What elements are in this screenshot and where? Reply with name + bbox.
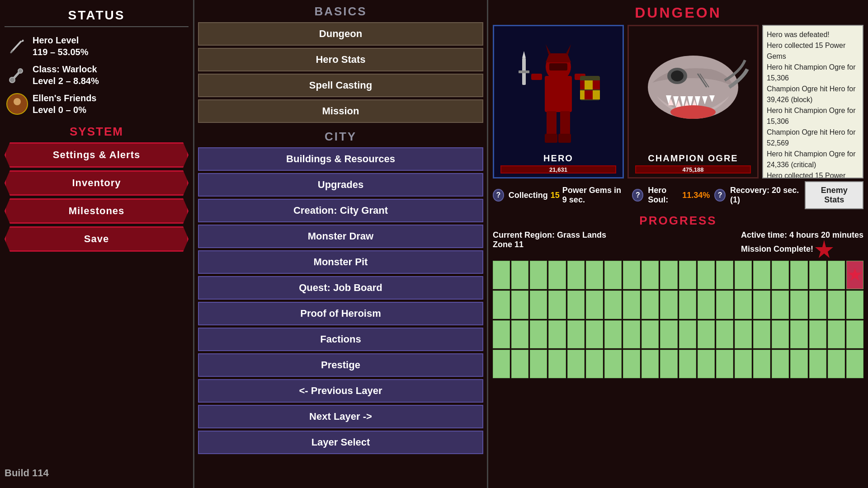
city-title: CITY xyxy=(198,130,483,144)
quest-job-board-button[interactable]: Quest: Job Board xyxy=(198,276,483,300)
milestones-button[interactable]: Milestones xyxy=(5,198,189,224)
dungeon-title: DUNGEON xyxy=(493,5,863,21)
hero-stats-button[interactable]: Hero Stats xyxy=(198,48,483,71)
status-title: STATUS xyxy=(5,5,189,27)
enemy-hp-bar: 475,188 xyxy=(635,165,751,174)
mission-complete-icon xyxy=(815,240,833,258)
svg-rect-27 xyxy=(545,134,557,143)
inventory-button[interactable]: Inventory xyxy=(5,170,189,196)
grid-cell xyxy=(716,320,733,349)
next-layer-button[interactable]: Next Layer -> xyxy=(198,405,483,428)
grid-cell xyxy=(698,291,715,319)
grid-cell xyxy=(586,350,603,378)
spell-casting-button[interactable]: Spell Casting xyxy=(198,74,483,97)
friends-item: Ellen's Friends Level 0 – 0% xyxy=(5,89,189,118)
grid-cell xyxy=(642,320,659,349)
active-time: Active time: 4 hours 20 minutes xyxy=(741,230,863,240)
enemy-name: CHAMPION OGRE xyxy=(648,153,738,164)
grid-cell xyxy=(828,291,845,319)
progress-header: Current Region: Grass Lands Zone 11 Acti… xyxy=(493,230,863,258)
active-time-area: Active time: 4 hours 20 minutes Mission … xyxy=(741,230,863,258)
battle-log-entry: Hero hit Champion Ogre for 15,306 xyxy=(767,105,859,127)
hero-level-text: Hero Level 119 – 53.05% xyxy=(33,34,88,58)
grid-cell xyxy=(530,261,547,289)
svg-marker-46 xyxy=(848,268,862,281)
grid-cell xyxy=(567,261,585,289)
mission-complete: Mission Complete! xyxy=(741,240,863,258)
right-panel: DUNGEON xyxy=(488,0,868,488)
recovery-help-icon[interactable]: ? xyxy=(714,189,726,202)
grid-cell xyxy=(809,291,826,319)
hero-soul-stat: Hero Soul: 11.34% xyxy=(648,186,710,205)
grid-cell xyxy=(623,291,640,319)
grid-cell xyxy=(809,261,826,289)
grid-cell xyxy=(679,261,696,289)
grid-cell xyxy=(623,320,640,349)
region-label: Current Region: Grass Lands xyxy=(493,230,606,240)
middle-panel: BASICS Dungeon Hero Stats Spell Casting … xyxy=(194,0,488,488)
grid-cell xyxy=(642,261,659,289)
grid-cell xyxy=(530,320,547,349)
prestige-button[interactable]: Prestige xyxy=(198,353,483,377)
svg-point-31 xyxy=(671,70,684,81)
proof-of-heroism-button[interactable]: Proof of Heroism xyxy=(198,302,483,325)
hero-soul-help-icon[interactable]: ? xyxy=(632,189,643,202)
mission-button[interactable]: Mission xyxy=(198,99,483,123)
factions-button[interactable]: Factions xyxy=(198,328,483,351)
hero-box: HERO 21,631 xyxy=(493,25,624,178)
grid-cell xyxy=(716,261,733,289)
creation-city-grant-button[interactable]: Creation: City Grant xyxy=(198,199,483,222)
grid-cell xyxy=(567,320,585,349)
grid-cell xyxy=(753,261,770,289)
svg-point-6 xyxy=(14,98,21,105)
battle-log-entry: Hero hit Champion Ogre for 24,336 (criti… xyxy=(767,149,859,170)
layer-select-button[interactable]: Layer Select xyxy=(198,431,483,454)
upgrades-button[interactable]: Upgrades xyxy=(198,173,483,197)
grid-cell xyxy=(586,261,603,289)
enemy-stats-button[interactable]: Enemy Stats xyxy=(805,181,863,209)
svg-rect-12 xyxy=(549,63,567,70)
dungeon-button[interactable]: Dungeon xyxy=(198,22,483,46)
monster-draw-button[interactable]: Monster Draw xyxy=(198,225,483,248)
system-title: SYSTEM xyxy=(5,125,189,139)
grid-cell xyxy=(511,350,528,378)
grid-cell xyxy=(623,261,640,289)
save-button[interactable]: Save xyxy=(5,226,189,252)
svg-point-4 xyxy=(9,77,15,83)
hero-soul-value: 11.34% xyxy=(682,191,710,200)
grid-cell xyxy=(493,350,510,378)
grid-cell xyxy=(828,320,845,349)
grid-cell xyxy=(623,350,640,378)
settings-alerts-button[interactable]: Settings & Alerts xyxy=(5,142,189,168)
svg-point-5 xyxy=(18,69,23,73)
enemy-box: CHAMPION OGRE 475,188 xyxy=(627,25,759,178)
grid-cell xyxy=(642,350,659,378)
grid-cell xyxy=(790,320,807,349)
grid-cell xyxy=(548,261,566,289)
previous-layer-button[interactable]: <- Previous Layer xyxy=(198,379,483,403)
hero-level-item: Hero Level 119 – 53.05% xyxy=(5,32,189,61)
hero-sprite xyxy=(513,31,604,148)
buildings-resources-button[interactable]: Buildings & Resources xyxy=(198,147,483,171)
region-zone-info: Current Region: Grass Lands Zone 11 xyxy=(493,230,606,258)
svg-rect-13 xyxy=(531,74,542,80)
grid-cell xyxy=(567,350,585,378)
grid-cell xyxy=(660,291,677,319)
grid-cell xyxy=(511,291,528,319)
grid-cell xyxy=(604,320,622,349)
collecting-stat: Collecting 15 Power Gems in 9 sec. xyxy=(509,186,628,205)
grid-cell xyxy=(530,291,547,319)
zone-label: Zone 11 xyxy=(493,240,606,249)
grid-cell xyxy=(679,320,696,349)
battle-log-entry: Hero collected 15 Power Gems xyxy=(767,40,859,62)
monster-pit-button[interactable]: Monster Pit xyxy=(198,250,483,274)
svg-rect-19 xyxy=(585,80,593,89)
grid-cell xyxy=(809,350,826,378)
battle-log-entry: Champion Ogre hit Hero for 52,569 xyxy=(767,127,859,149)
svg-marker-10 xyxy=(546,44,551,54)
hero-name: HERO xyxy=(543,153,573,164)
grid-cell xyxy=(548,320,566,349)
collecting-help-icon[interactable]: ? xyxy=(493,189,504,202)
class-text: Class: Warlock Level 2 – 8.84% xyxy=(33,63,99,87)
left-panel: STATUS Hero Level 119 – 53.05% xyxy=(0,0,194,488)
